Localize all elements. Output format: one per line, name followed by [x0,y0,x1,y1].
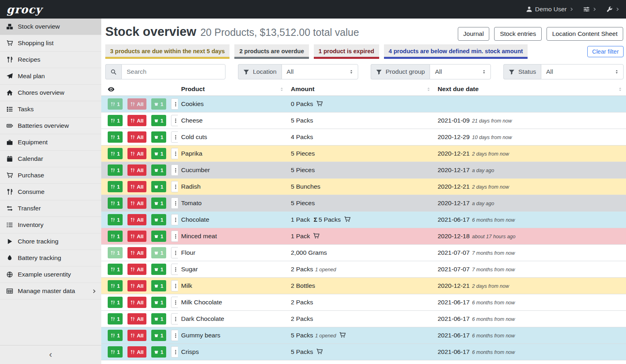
row-menu-button[interactable] [171,247,178,258]
sidebar-item-stock-overview[interactable]: Stock overview [0,19,101,35]
consume-one-button[interactable]: 1 [108,330,123,341]
open-one-button[interactable]: 1 [151,98,166,110]
stock-entries-button[interactable]: Stock entries [494,27,542,41]
sidebar-item-chores-overview[interactable]: Chores overview [0,85,101,101]
open-one-button[interactable]: 1 [151,214,166,225]
open-one-button[interactable]: 1 [151,313,166,324]
open-one-button[interactable]: 1 [151,297,166,308]
row-menu-button[interactable] [171,115,178,126]
row-menu-button[interactable] [171,297,178,308]
sidebar-item-inventory[interactable]: Inventory [0,217,101,233]
user-menu[interactable]: Demo User [526,6,574,13]
row-menu-button[interactable] [171,98,178,110]
row-menu-button[interactable] [171,181,178,192]
sidebar-item-calendar[interactable]: Calendar [0,151,101,167]
consume-all-button[interactable]: All [127,247,146,258]
banner-expired[interactable]: 1 product is expired [314,44,379,59]
product-group-filter-select[interactable]: All [430,64,491,79]
search-input[interactable] [121,64,225,79]
banner-due[interactable]: 3 products are due within the next 5 day… [105,44,230,59]
open-one-button[interactable]: 1 [151,164,166,176]
row-menu-button[interactable] [171,164,178,176]
consume-one-button[interactable]: 1 [108,115,123,126]
consume-all-button[interactable]: All [127,231,146,242]
open-one-button[interactable]: 1 [151,181,166,192]
row-menu-button[interactable] [171,264,178,275]
sidebar-item-meal-plan[interactable]: Meal plan [0,68,101,85]
row-menu-button[interactable] [171,231,178,242]
location-content-sheet-button[interactable]: Location Content Sheet [547,27,623,41]
sidebar-item-shopping-list[interactable]: Shopping list [0,35,101,52]
consume-all-button[interactable]: All [127,346,146,358]
banner-belowmin[interactable]: 4 products are below defined min. stock … [384,44,528,59]
consume-all-button[interactable]: All [127,297,146,308]
row-menu-button[interactable] [171,214,178,225]
sidebar-item-battery-tracking[interactable]: Battery tracking [0,250,101,266]
location-filter-select[interactable]: All [282,64,358,79]
consume-all-button[interactable]: All [127,131,146,143]
consume-one-button[interactable]: 1 [108,247,123,258]
clear-filter-button[interactable]: Clear filter [587,46,624,57]
consume-one-button[interactable]: 1 [108,231,123,242]
consume-one-button[interactable]: 1 [108,98,123,110]
consume-all-button[interactable]: All [127,115,146,126]
settings-menu[interactable] [583,6,597,12]
row-menu-button[interactable] [171,313,178,324]
sidebar-item-purchase[interactable]: Purchase [0,167,101,184]
open-one-button[interactable]: 1 [151,247,166,258]
consume-all-button[interactable]: All [127,164,146,176]
column-visibility-header[interactable] [101,84,178,96]
admin-menu[interactable] [606,6,620,12]
row-menu-button[interactable] [171,330,178,341]
sidebar-item-example-userentity[interactable]: Example userentity [0,266,101,283]
consume-all-button[interactable]: All [127,330,146,341]
open-one-button[interactable]: 1 [151,148,166,159]
consume-all-button[interactable]: All [127,198,146,209]
consume-one-button[interactable]: 1 [108,214,123,225]
row-menu-button[interactable] [171,280,178,291]
consume-all-button[interactable]: All [127,181,146,192]
product-column-header[interactable]: Product [178,84,288,96]
sidebar-item-manage-master-data[interactable]: Manage master data [0,283,101,300]
open-one-button[interactable]: 1 [151,346,166,358]
sidebar-item-transfer[interactable]: Transfer [0,200,101,217]
consume-one-button[interactable]: 1 [108,164,123,176]
sidebar-collapse-button[interactable]: ‹ [0,345,101,364]
row-menu-button[interactable] [171,131,178,143]
open-one-button[interactable]: 1 [151,231,166,242]
sidebar-item-equipment[interactable]: Equipment [0,134,101,151]
status-filter-select[interactable]: All [541,64,624,79]
consume-one-button[interactable]: 1 [108,313,123,324]
journal-button[interactable]: Journal [458,27,490,41]
consume-one-button[interactable]: 1 [108,198,123,209]
open-one-button[interactable]: 1 [151,280,166,291]
due-date-column-header[interactable]: Next due date [434,84,626,96]
open-one-button[interactable]: 1 [151,198,166,209]
consume-one-button[interactable]: 1 [108,131,123,143]
amount-column-header[interactable]: Amount [288,84,434,96]
open-one-button[interactable]: 1 [151,115,166,126]
banner-overdue[interactable]: 2 products are overdue [234,44,309,59]
row-menu-button[interactable] [171,346,178,358]
open-one-button[interactable]: 1 [151,131,166,143]
sidebar-item-chore-tracking[interactable]: Chore tracking [0,233,101,250]
sidebar-item-consume[interactable]: Consume [0,184,101,200]
consume-all-button[interactable]: All [127,148,146,159]
sidebar-item-recipes[interactable]: Recipes [0,52,101,68]
grocy-logo[interactable]: grocy [6,3,42,16]
consume-one-button[interactable]: 1 [108,148,123,159]
consume-all-button[interactable]: All [127,313,146,324]
consume-all-button[interactable]: All [127,264,146,275]
consume-one-button[interactable]: 1 [108,346,123,358]
consume-all-button[interactable]: All [127,280,146,291]
open-one-button[interactable]: 1 [151,330,166,341]
consume-all-button[interactable]: All [127,214,146,225]
row-menu-button[interactable] [171,198,178,209]
consume-one-button[interactable]: 1 [108,264,123,275]
sidebar-item-batteries-overview[interactable]: Batteries overview [0,118,101,134]
consume-one-button[interactable]: 1 [108,280,123,291]
consume-one-button[interactable]: 1 [108,297,123,308]
consume-one-button[interactable]: 1 [108,181,123,192]
row-menu-button[interactable] [171,148,178,159]
sidebar-item-tasks[interactable]: Tasks [0,101,101,118]
